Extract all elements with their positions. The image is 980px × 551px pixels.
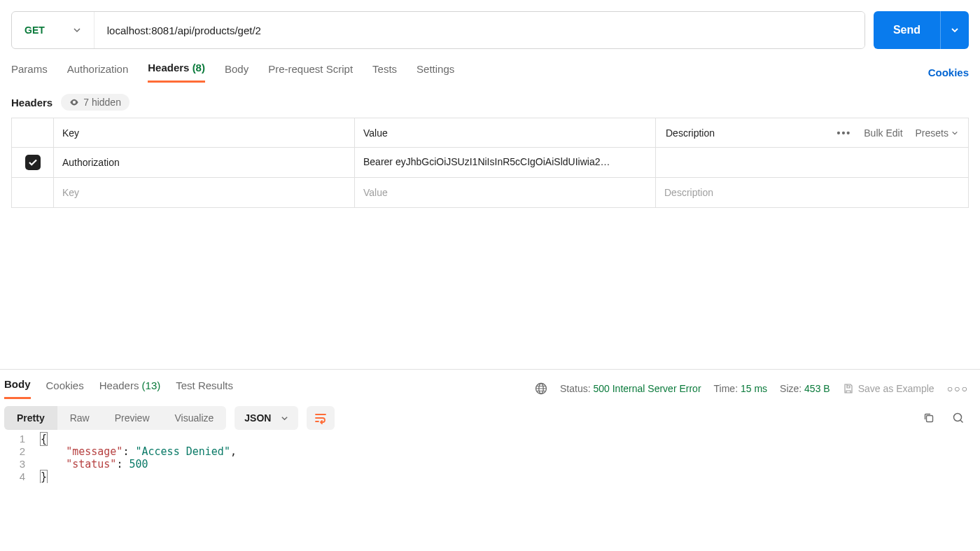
time-value: 15 ms (741, 383, 767, 394)
svg-rect-2 (927, 416, 933, 422)
bulk-edit-button[interactable]: Bulk Edit (864, 127, 902, 139)
format-label: JSON (244, 412, 271, 424)
header-value-placeholder[interactable]: Value (355, 178, 656, 207)
save-as-example-button[interactable]: Save as Example (843, 383, 934, 394)
tab-authorization[interactable]: Authorization (67, 63, 129, 82)
request-tabs: Params Authorization Headers (8) Body Pr… (0, 49, 980, 83)
response-tab-headers[interactable]: Headers (13) (99, 379, 161, 398)
checkbox-column-header (12, 118, 54, 147)
hidden-headers-toggle[interactable]: 7 hidden (61, 94, 130, 111)
tab-prerequest[interactable]: Pre-request Script (268, 63, 353, 82)
headers-section-title: Headers 7 hidden (0, 83, 980, 118)
response-tab-body[interactable]: Body (4, 378, 31, 399)
time-block[interactable]: Time: 15 ms (714, 383, 768, 394)
search-button[interactable] (948, 407, 969, 428)
chevron-down-icon (951, 26, 959, 34)
key-column-header: Key (54, 118, 355, 147)
header-key-cell[interactable]: Authorization (54, 148, 355, 177)
headers-table: Key Value Description ••• Bulk Edit Pres… (11, 118, 969, 208)
chevron-down-icon (73, 26, 81, 34)
save-example-label: Save as Example (858, 383, 934, 394)
eye-icon (69, 97, 79, 107)
checkbox-checked-icon (25, 155, 41, 170)
view-raw-button[interactable]: Raw (57, 406, 102, 430)
description-column-header: Description ••• Bulk Edit Presets (656, 118, 968, 147)
tab-headers[interactable]: Headers (8) (148, 62, 205, 83)
view-visualize-button[interactable]: Visualize (162, 406, 227, 430)
response-format-select[interactable]: JSON (234, 406, 298, 430)
response-meta: Status: 500 Internal Server Error Time: … (535, 382, 969, 395)
tab-settings[interactable]: Settings (416, 63, 454, 82)
value-column-header: Value (355, 118, 656, 147)
search-icon (952, 412, 965, 424)
status-label: Status: (560, 383, 591, 394)
response-tab-test-results[interactable]: Test Results (176, 379, 233, 398)
table-row-empty: Key Value Description (12, 178, 968, 207)
presets-label: Presets (916, 127, 948, 139)
save-icon (843, 383, 854, 394)
header-description-cell[interactable] (656, 148, 968, 177)
size-block[interactable]: Size: 453 B (780, 383, 830, 394)
more-icon[interactable]: ••• (837, 127, 852, 139)
send-button[interactable]: Send (874, 11, 940, 49)
description-label: Description (666, 127, 715, 139)
url-input[interactable] (94, 12, 864, 48)
chevron-down-icon (281, 414, 288, 422)
view-preview-button[interactable]: Preview (102, 406, 162, 430)
tab-label: Headers (148, 62, 189, 74)
header-description-placeholder[interactable]: Description (656, 178, 968, 207)
copy-icon (923, 412, 935, 424)
cookies-link[interactable]: Cookies (928, 67, 969, 78)
time-label: Time: (714, 383, 738, 394)
status-value: 500 Internal Server Error (593, 383, 701, 394)
line-number: 1 (4, 433, 41, 445)
view-mode-toggle: Pretty Raw Preview Visualize (4, 406, 226, 430)
header-value-cell[interactable]: Bearer eyJhbGciOiJSUzI1NiIsInR5cCIgOiAiS… (355, 148, 656, 177)
size-label: Size: (780, 383, 802, 394)
tab-body[interactable]: Body (225, 63, 248, 82)
status-block[interactable]: Status: 500 Internal Server Error (560, 383, 701, 394)
view-pretty-button[interactable]: Pretty (4, 406, 57, 430)
response-tabs: Body Cookies Headers (13) Test Results S… (0, 370, 980, 399)
tab-tests[interactable]: Tests (372, 63, 397, 82)
chevron-down-icon (951, 130, 958, 137)
line-number: 3 (4, 458, 41, 470)
header-key-placeholder[interactable]: Key (54, 178, 355, 207)
globe-icon[interactable] (535, 382, 547, 395)
http-method-label: GET (24, 25, 45, 36)
tab-label: Headers (99, 379, 139, 391)
copy-button[interactable] (918, 407, 939, 428)
send-dropdown-button[interactable] (940, 11, 969, 49)
tab-params[interactable]: Params (11, 63, 48, 82)
svg-point-3 (954, 414, 962, 421)
row-checkbox-cell[interactable] (12, 178, 54, 207)
size-value: 453 B (804, 383, 830, 394)
row-checkbox-cell[interactable] (12, 148, 54, 177)
line-number: 2 (4, 445, 41, 458)
response-body[interactable]: 1{ 2 "message": "Access Denied", 3 "stat… (0, 430, 980, 483)
table-row: Authorization Bearer eyJhbGciOiJSUzI1NiI… (12, 148, 968, 178)
headers-label: Headers (11, 97, 52, 109)
table-header-row: Key Value Description ••• Bulk Edit Pres… (12, 118, 968, 148)
more-icon[interactable]: ○○○ (947, 383, 969, 394)
http-method-select[interactable]: GET (12, 12, 94, 48)
tab-count: (8) (192, 62, 205, 74)
presets-dropdown[interactable]: Presets (916, 127, 958, 139)
wrap-icon (314, 411, 328, 425)
response-tab-cookies[interactable]: Cookies (46, 379, 84, 398)
wrap-lines-button[interactable] (307, 406, 335, 430)
send-button-group: Send (874, 11, 969, 49)
hidden-count-label: 7 hidden (83, 97, 121, 108)
response-toolbar: Pretty Raw Preview Visualize JSON (0, 399, 980, 430)
tab-count: (13) (142, 379, 161, 391)
line-number: 4 (4, 470, 41, 483)
method-url-bar: GET (11, 11, 865, 49)
